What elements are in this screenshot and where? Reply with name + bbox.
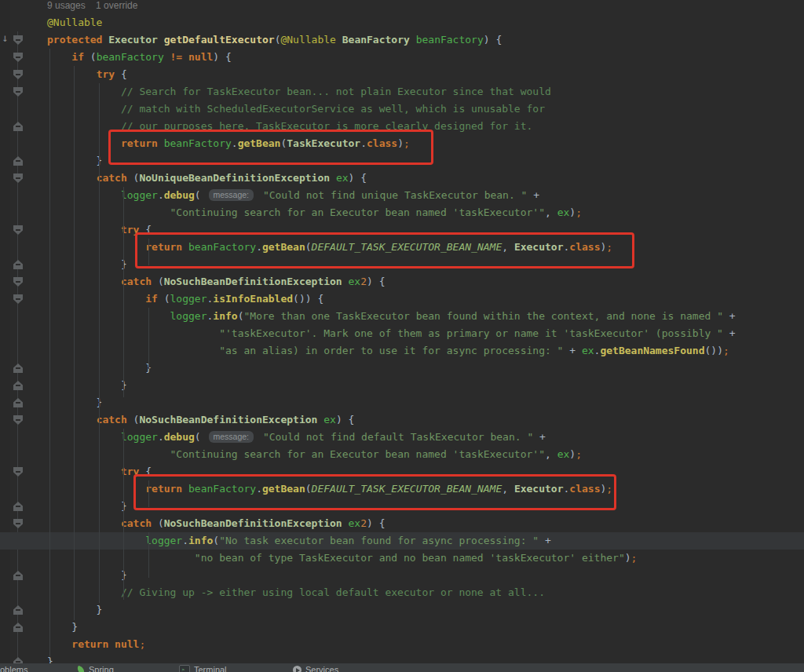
code-token: logger xyxy=(145,535,182,546)
code-token xyxy=(47,51,71,63)
indent-guide xyxy=(148,532,149,578)
code-token: ( xyxy=(195,431,207,443)
code-line[interactable]: catch (NoSuchBeanDefinitionException ex)… xyxy=(47,411,354,429)
code-token xyxy=(86,0,96,11)
code-token: return xyxy=(71,638,115,650)
code-token: } xyxy=(47,396,102,408)
code-token: beanFactory xyxy=(97,51,164,63)
code-token: ; xyxy=(723,345,729,356)
code-line[interactable]: protected Executor getDefaultExecutor(@N… xyxy=(47,31,502,49)
toolwindow-tab-label: Services xyxy=(305,664,338,672)
tool-window-bar: oblemsSpring>_TerminalServices xyxy=(0,663,804,672)
code-token: , xyxy=(545,206,557,218)
code-token: } xyxy=(47,258,127,270)
code-token: catch xyxy=(97,172,133,184)
code-token: } xyxy=(47,155,102,166)
code-token: 1 override xyxy=(96,0,137,11)
code-token: NoSuchBeanDefinitionException xyxy=(139,414,317,425)
code-editor-area[interactable]: 9 usages 1 override@Nullableprotected Ex… xyxy=(0,0,804,663)
services-icon xyxy=(293,666,302,672)
code-token: 2 xyxy=(360,517,367,529)
code-token: ) xyxy=(625,552,631,564)
code-token xyxy=(47,638,71,650)
code-line[interactable]: // Giving up -> either using local defau… xyxy=(47,584,545,601)
toolwindow-tab-services[interactable]: Services xyxy=(293,664,338,672)
code-token: "More than one TaskExecutor bean found w… xyxy=(243,310,722,322)
code-line[interactable]: try { xyxy=(47,66,127,83)
toolwindow-tab-oblems[interactable]: oblems xyxy=(0,664,27,672)
code-line[interactable]: } xyxy=(47,619,78,636)
code-line[interactable]: @Nullable xyxy=(47,14,102,31)
toolwindow-tab-label: Spring xyxy=(89,664,114,672)
code-token: "No task executor bean found for async p… xyxy=(219,535,539,546)
indent-guide xyxy=(99,83,100,603)
indent-guide xyxy=(49,49,50,656)
code-line[interactable]: "no bean of type TaskExecutor and no bea… xyxy=(47,550,637,567)
code-line[interactable]: } xyxy=(47,152,102,170)
code-token: + xyxy=(533,431,546,443)
code-token: "Could not find unique TaskExecutor bean… xyxy=(263,189,528,201)
code-line[interactable]: "'taskExecutor'. Mark one of them as pri… xyxy=(47,325,736,342)
code-token: // match with ScheduledExecutorService a… xyxy=(47,103,545,115)
code-token: getDefaultExecutor xyxy=(164,34,275,46)
code-line[interactable]: return null; xyxy=(47,636,145,653)
code-line[interactable]: if (logger.isInfoEnabled()) { xyxy=(47,290,323,308)
code-token: protected xyxy=(47,34,108,46)
code-token xyxy=(47,293,145,305)
code-token: . xyxy=(158,431,164,443)
code-token: null xyxy=(115,638,139,650)
code-token: "Continuing search for an Executor bean … xyxy=(170,206,545,218)
code-line[interactable]: 9 usages 1 override xyxy=(47,0,137,14)
code-line[interactable]: if (beanFactory != null) { xyxy=(47,49,232,66)
code-token: ; xyxy=(576,206,582,218)
toolwindow-tab-terminal[interactable]: >_Terminal xyxy=(179,664,227,672)
code-line[interactable]: "Continuing search for an Executor bean … xyxy=(47,204,582,221)
code-line[interactable]: "as an alias) in order to use it for asy… xyxy=(47,342,729,360)
code-token: ex xyxy=(557,206,570,218)
code-token: ) { xyxy=(367,517,385,529)
code-token: try xyxy=(97,68,121,80)
code-token: @Nullable xyxy=(47,16,102,28)
code-line[interactable]: "Continuing search for an Executor bean … xyxy=(47,446,582,463)
code-line[interactable]: } xyxy=(47,601,102,619)
code-token xyxy=(164,51,170,63)
code-token: ; xyxy=(139,638,145,650)
code-token: logger xyxy=(170,310,207,322)
code-token: } xyxy=(47,621,78,633)
code-token xyxy=(47,241,145,253)
code-token: ) { xyxy=(484,34,502,46)
code-token: null xyxy=(188,51,213,63)
indent-guide xyxy=(74,66,75,620)
code-line[interactable]: catch (NoSuchBeanDefinitionException ex2… xyxy=(47,273,386,290)
code-token: ex xyxy=(349,517,361,529)
code-token: "no bean of type TaskExecutor and no bea… xyxy=(195,552,625,564)
code-line[interactable]: // match with ScheduledExecutorService a… xyxy=(47,100,545,118)
code-token: @Nullable xyxy=(280,34,342,46)
code-line[interactable]: } xyxy=(47,394,102,411)
code-token: Executor xyxy=(108,34,158,46)
code-line[interactable]: logger.debug( message: "Could not find u… xyxy=(47,187,539,204)
code-token: ex xyxy=(349,276,361,287)
code-line[interactable]: } xyxy=(47,377,127,394)
code-token: "Could not find default TaskExecutor bea… xyxy=(263,431,533,443)
code-token: ) { xyxy=(367,276,385,287)
code-line[interactable]: logger.info("More than one TaskExecutor … xyxy=(47,308,736,325)
code-line[interactable]: } xyxy=(47,567,127,584)
code-line[interactable]: catch (NoSuchBeanDefinitionException ex2… xyxy=(47,515,386,532)
code-line[interactable]: // Search for TaskExecutor bean... not p… xyxy=(47,83,551,100)
code-token: // Search for TaskExecutor bean... not p… xyxy=(47,86,551,97)
code-line[interactable]: catch (NoUniqueBeanDefinitionException e… xyxy=(47,170,367,187)
code-line[interactable]: logger.debug( message: "Could not find d… xyxy=(47,429,546,446)
code-token: beanFactory xyxy=(416,34,484,46)
code-token: ex xyxy=(323,414,336,425)
code-token: NoSuchBeanDefinitionException xyxy=(164,517,342,529)
code-token: } xyxy=(47,604,102,615)
code-line[interactable]: } xyxy=(47,498,127,515)
code-token xyxy=(47,206,170,218)
code-line[interactable]: } xyxy=(47,256,127,273)
toolwindow-tab-spring[interactable]: Spring xyxy=(77,664,114,672)
code-token xyxy=(410,34,416,46)
toolwindow-tab-label: Terminal xyxy=(194,664,227,672)
code-token xyxy=(47,431,121,443)
code-token: + xyxy=(563,345,581,356)
